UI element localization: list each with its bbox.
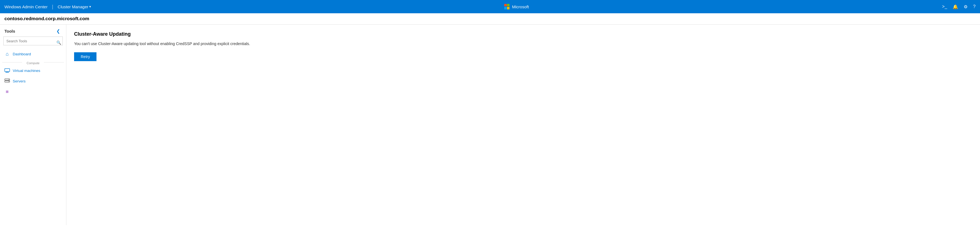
topbar-right: >_ 🔔 ⚙ ? xyxy=(942,4,975,10)
retry-button[interactable]: Retry xyxy=(74,52,97,61)
sidebar-item-vm-label: Virtual machines xyxy=(13,68,40,73)
svg-point-4 xyxy=(9,80,9,80)
microsoft-label: Microsoft xyxy=(512,5,529,9)
topbar-center: Microsoft xyxy=(504,4,529,10)
topbar-divider: | xyxy=(52,4,53,10)
topbar-left: Windows Admin Center | Cluster Manager ▾ xyxy=(5,4,91,10)
server-name: contoso.redmond.corp.microsoft.com xyxy=(5,16,89,21)
svg-rect-0 xyxy=(5,68,10,72)
sidebar-item-servers[interactable]: Servers xyxy=(0,76,66,86)
cluster-manager-label: Cluster Manager xyxy=(58,5,89,9)
main-layout: Tools ❮ 🔍 ⌂ Dashboard Compute xyxy=(0,25,980,225)
sidebar-item-virtual-machines[interactable]: Virtual machines xyxy=(0,65,66,76)
sidebar-item-dashboard[interactable]: ⌂ Dashboard xyxy=(0,49,66,59)
gear-icon[interactable]: ⚙ xyxy=(964,4,967,10)
svg-point-5 xyxy=(9,81,9,82)
bell-icon[interactable]: 🔔 xyxy=(953,4,958,10)
help-icon[interactable]: ? xyxy=(973,4,975,9)
compute-section-label: Compute xyxy=(0,59,66,65)
app-title: Windows Admin Center xyxy=(5,5,48,9)
chevron-down-icon: ▾ xyxy=(89,5,91,9)
microsoft-logo xyxy=(504,4,510,10)
sidebar-item-servers-label: Servers xyxy=(13,79,26,83)
sidebar: Tools ❮ 🔍 ⌂ Dashboard Compute xyxy=(0,25,66,225)
content-area: Cluster-Aware Updating You can't use Clu… xyxy=(66,25,980,225)
sidebar-item-dashboard-label: Dashboard xyxy=(13,52,31,56)
topbar: Windows Admin Center | Cluster Manager ▾… xyxy=(0,0,980,13)
house-icon: ⌂ xyxy=(5,51,10,57)
server-icon xyxy=(5,78,10,84)
search-input[interactable] xyxy=(3,37,63,45)
svg-rect-1 xyxy=(6,72,9,72)
page-title: Cluster-Aware Updating xyxy=(74,31,972,37)
vm-icon xyxy=(5,68,10,73)
search-icon: 🔍 xyxy=(56,40,61,45)
sidebar-header: Tools ❮ xyxy=(0,28,66,37)
terminal-icon[interactable]: >_ xyxy=(942,4,947,9)
content-description: You can't use Cluster-Aware updating too… xyxy=(74,41,972,47)
ms-logo-yellow xyxy=(507,7,509,10)
subheader: contoso.redmond.corp.microsoft.com xyxy=(0,13,980,25)
ms-logo-blue xyxy=(504,7,507,10)
partial-item-icon: ■ xyxy=(5,89,10,94)
search-tools-container: 🔍 xyxy=(0,37,66,49)
ms-logo-red xyxy=(504,4,507,6)
sidebar-collapse-button[interactable]: ❮ xyxy=(55,28,62,34)
cluster-manager-menu[interactable]: Cluster Manager ▾ xyxy=(58,5,91,9)
search-icon-button[interactable]: 🔍 xyxy=(56,40,61,45)
ms-logo-green xyxy=(507,4,509,6)
tools-label: Tools xyxy=(5,29,15,33)
sidebar-item-partial[interactable]: ■ xyxy=(0,86,66,97)
collapse-icon: ❮ xyxy=(56,29,60,33)
